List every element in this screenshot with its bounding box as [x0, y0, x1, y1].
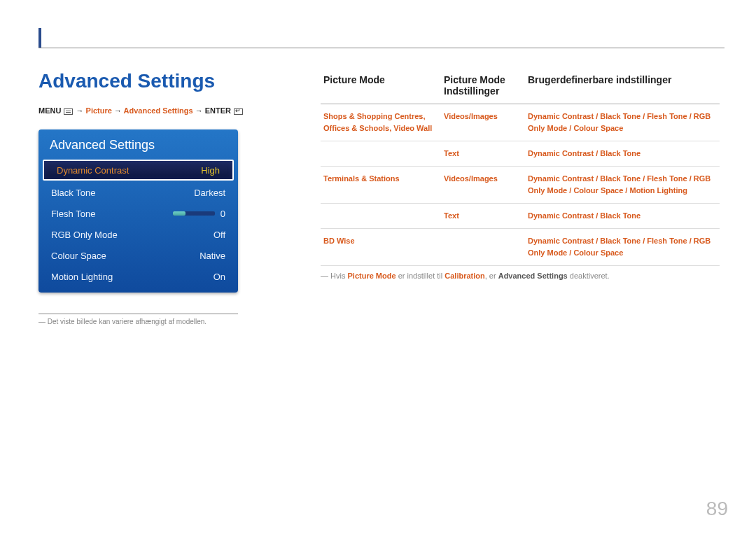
table-row: BD Wise Dynamic Contrast / Black Tone / …	[321, 229, 720, 266]
footnote: Det viste billede kan variere afhængigt …	[38, 318, 206, 325]
osd-value: High	[201, 165, 220, 176]
osd-value: Off	[214, 230, 225, 240]
osd-value: On	[214, 272, 225, 282]
osd-label: Flesh Tone	[51, 209, 95, 219]
table-header: Picture Mode Picture Mode Indstillinger …	[321, 70, 720, 104]
osd-label: Dynamic Contrast	[57, 165, 129, 176]
osd-row-colour-space[interactable]: Colour Space Native	[38, 245, 238, 266]
osd-label: Colour Space	[51, 251, 106, 261]
table-note: Hvis Picture Mode er indstillet til Cali…	[321, 266, 720, 280]
osd-label: Black Tone	[51, 188, 95, 198]
osd-value: Native	[200, 251, 225, 261]
breadcrumb: MENU → Picture → Advanced Settings → ENT…	[38, 106, 244, 115]
settings-table: Picture Mode Picture Mode Indstillinger …	[321, 70, 720, 280]
table-row: Text Dynamic Contrast / Black Tone	[321, 141, 720, 167]
osd-row-rgb-only[interactable]: RGB Only Mode Off	[38, 224, 238, 245]
enter-icon	[234, 108, 243, 115]
osd-label: RGB Only Mode	[51, 230, 118, 240]
top-rule	[38, 48, 724, 48]
table-row: Shops & Shopping Centres, Offices & Scho…	[321, 104, 720, 141]
page-title: Advanced Settings	[38, 70, 215, 92]
page-number: 89	[706, 498, 728, 520]
breadcrumb-advanced: Advanced Settings	[124, 106, 193, 115]
osd-row-black-tone[interactable]: Black Tone Darkest	[38, 182, 238, 203]
footnote-rule	[38, 314, 238, 314]
osd-title: Advanced Settings	[38, 129, 238, 160]
osd-label: Motion Lighting	[51, 272, 113, 282]
osd-row-dynamic-contrast[interactable]: Dynamic Contrast High	[43, 160, 234, 181]
menu-icon	[64, 108, 73, 115]
osd-panel: Advanced Settings Dynamic Contrast High …	[38, 129, 238, 293]
osd-row-flesh-tone[interactable]: Flesh Tone 0	[38, 203, 238, 224]
breadcrumb-menu: MENU	[38, 106, 61, 115]
th-picture-mode-indstillinger: Picture Mode Indstillinger	[441, 70, 525, 104]
osd-value: 0	[220, 209, 225, 219]
breadcrumb-enter: ENTER	[205, 106, 231, 115]
table-row: Text Dynamic Contrast / Black Tone	[321, 204, 720, 229]
breadcrumb-picture: Picture	[86, 106, 112, 115]
th-user-settings: Brugerdefinerbare indstillinger	[525, 70, 720, 104]
osd-row-motion-lighting[interactable]: Motion Lighting On	[38, 266, 238, 287]
section-accent	[38, 28, 41, 48]
th-picture-mode: Picture Mode	[321, 70, 441, 104]
osd-value: Darkest	[194, 188, 225, 198]
table-row: Terminals & Stations Videos/Images Dynam…	[321, 167, 720, 204]
slider-icon	[173, 211, 215, 216]
